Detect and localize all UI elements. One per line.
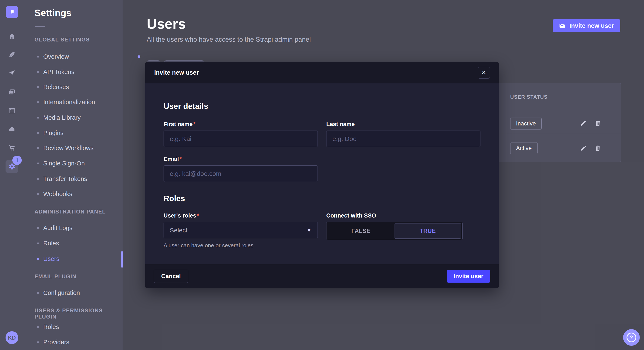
modal-footer: Cancel Invite user (145, 264, 499, 288)
first-name-field[interactable] (164, 131, 318, 147)
first-name-label: First name* (164, 121, 318, 128)
users-roles-group: User's roles* Select ▼ A user can have o… (164, 212, 318, 249)
users-roles-label: User's roles* (164, 212, 318, 219)
last-name-label: Last name (326, 121, 480, 128)
chevron-down-icon: ▼ (306, 227, 312, 233)
first-name-group: First name* (164, 121, 318, 147)
roles-heading: Roles (164, 194, 480, 203)
cancel-button[interactable]: Cancel (154, 270, 188, 283)
sso-toggle-false[interactable]: FALSE (328, 223, 394, 239)
invite-user-modal: Invite new user ✕ User details First nam… (145, 62, 499, 288)
last-name-field[interactable] (326, 131, 480, 147)
user-details-heading: User details (164, 102, 480, 111)
select-value: Select (170, 227, 188, 234)
close-icon: ✕ (482, 69, 486, 76)
close-button[interactable]: ✕ (478, 67, 490, 79)
last-name-group: Last name (326, 121, 480, 147)
email-label: Email* (164, 156, 318, 163)
required-asterisk: * (180, 156, 182, 162)
sso-group: Connect with SSO FALSE TRUE (326, 212, 480, 249)
sso-toggle-true[interactable]: TRUE (394, 223, 461, 239)
sso-label: Connect with SSO (326, 212, 480, 219)
users-roles-helper: A user can have one or several roles (164, 242, 318, 249)
email-field[interactable] (164, 166, 318, 182)
required-asterisk: * (197, 212, 199, 219)
sso-toggle: FALSE TRUE (326, 222, 462, 240)
invite-user-submit-button[interactable]: Invite user (447, 270, 490, 283)
email-group: Email* (164, 156, 318, 182)
modal-title: Invite new user (154, 69, 199, 76)
modal-header: Invite new user ✕ (145, 62, 499, 83)
required-asterisk: * (193, 121, 196, 127)
users-roles-select[interactable]: Select ▼ (164, 222, 318, 238)
